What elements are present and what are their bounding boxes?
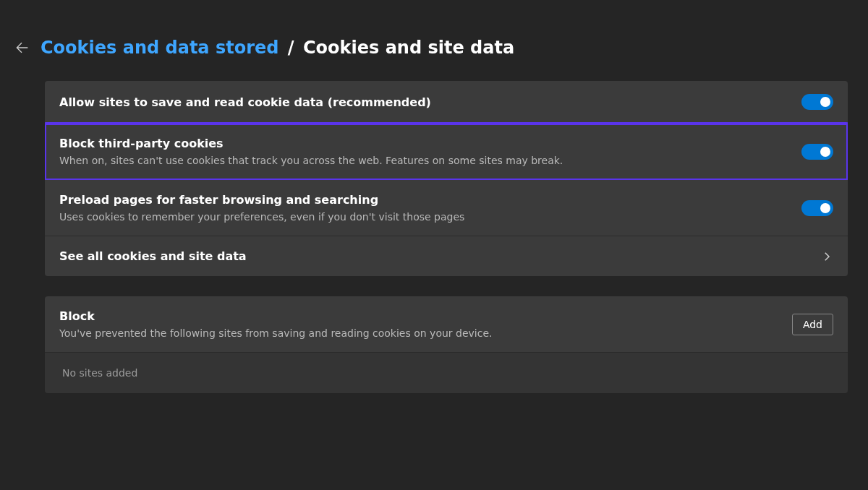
row-see-all-cookies[interactable]: See all cookies and site data (45, 236, 848, 276)
row-block3p-desc: When on, sites can't use cookies that tr… (59, 155, 563, 166)
add-blocked-site-button[interactable]: Add (792, 314, 833, 335)
row-block3p-title: Block third-party cookies (59, 137, 563, 150)
row-preload-title: Preload pages for faster browsing and se… (59, 193, 464, 207)
breadcrumb-separator: / (288, 38, 294, 58)
block-empty-text: No sites added (62, 367, 137, 379)
row-block-sites: Block You've prevented the following sit… (45, 296, 848, 353)
breadcrumb-text: Cookies and data stored / Cookies and si… (41, 38, 514, 58)
toggle-allow-cookies[interactable] (801, 94, 833, 110)
toggle-preload-pages[interactable] (801, 200, 833, 216)
chevron-right-icon (820, 250, 833, 263)
row-block-desc: You've prevented the following sites fro… (59, 327, 492, 339)
row-block-title: Block (59, 309, 492, 323)
row-allow-cookies: Allow sites to save and read cookie data… (45, 81, 848, 124)
row-allow-title: Allow sites to save and read cookie data… (59, 95, 431, 109)
row-seeall-title: See all cookies and site data (59, 249, 247, 263)
breadcrumb-current: Cookies and site data (303, 38, 514, 58)
settings-group-main: Allow sites to save and read cookie data… (45, 81, 848, 276)
row-block-third-party: Block third-party cookies When on, sites… (45, 124, 848, 180)
breadcrumb: Cookies and data stored / Cookies and si… (13, 38, 855, 58)
back-arrow-icon[interactable] (13, 39, 30, 56)
settings-group-block: Block You've prevented the following sit… (45, 296, 848, 393)
row-block-empty: No sites added (45, 353, 848, 393)
row-preload-desc: Uses cookies to remember your preference… (59, 211, 464, 223)
toggle-block-third-party[interactable] (801, 144, 833, 160)
breadcrumb-parent-link[interactable]: Cookies and data stored (41, 38, 278, 58)
row-preload-pages: Preload pages for faster browsing and se… (45, 180, 848, 236)
